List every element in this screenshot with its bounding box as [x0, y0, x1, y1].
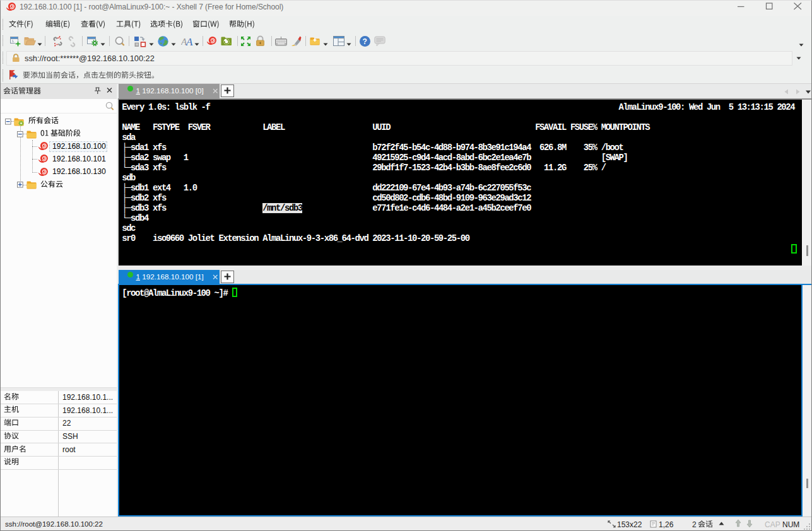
svg-text:A: A	[185, 36, 193, 47]
svg-text:?: ?	[363, 37, 367, 46]
